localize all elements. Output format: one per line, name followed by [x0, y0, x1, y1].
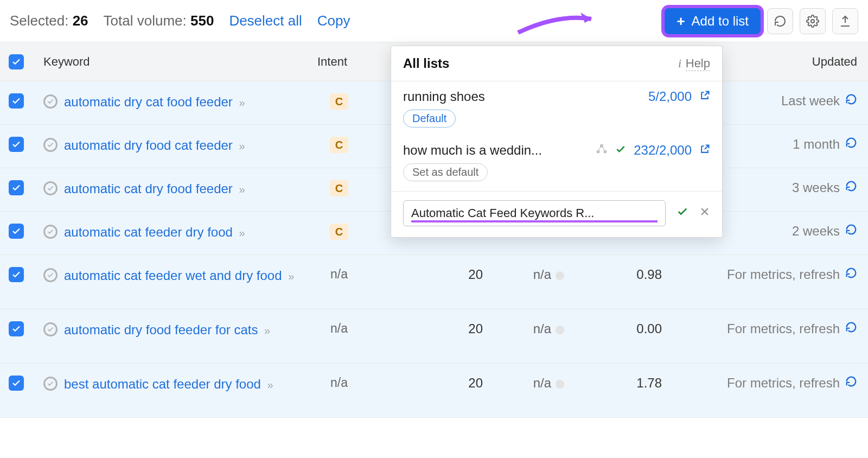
intent-cell: n/a	[304, 376, 363, 390]
row-refresh-button[interactable]	[845, 321, 857, 336]
updated-text: For metrics, refresh	[727, 267, 840, 282]
metric-2: n/a	[483, 321, 564, 336]
external-link-icon[interactable]	[699, 143, 710, 158]
status-icon	[43, 94, 58, 109]
chevron-right-icon: »	[236, 97, 245, 109]
list-item[interactable]: running shoes 5/2,000 Default	[391, 81, 722, 135]
help-link[interactable]: Help	[686, 56, 710, 71]
intent-cell: n/a	[304, 267, 363, 282]
row-checkbox[interactable]	[9, 267, 24, 282]
intent-cell: C	[304, 137, 363, 153]
new-list-input[interactable]: Automatic Cat Feed Keywords R...	[403, 200, 666, 226]
total-label: Total volume:	[104, 12, 187, 29]
list-name: running shoes	[403, 89, 485, 104]
selected-count: 26	[73, 12, 88, 29]
popover-header: All lists i Help	[391, 46, 722, 81]
select-all-checkbox[interactable]	[9, 54, 24, 69]
row-checkbox[interactable]	[9, 180, 24, 195]
check-icon	[11, 324, 21, 334]
list-name: how much is a weddin...	[403, 143, 542, 158]
status-icon	[43, 225, 58, 239]
check-icon	[11, 57, 21, 67]
row-checkbox[interactable]	[9, 93, 24, 109]
metric-3: 0.00	[564, 321, 662, 336]
chevron-right-icon: »	[261, 325, 271, 336]
row-refresh-button[interactable]	[845, 267, 857, 282]
metric-1: 20	[363, 321, 483, 336]
row-checkbox-col	[0, 137, 33, 152]
header-intent[interactable]: Intent	[304, 55, 363, 69]
row-refresh-button[interactable]	[845, 376, 857, 391]
row-checkbox-col	[0, 180, 33, 195]
row-checkbox[interactable]	[9, 137, 24, 152]
row-checkbox-col	[0, 321, 33, 336]
svg-point-0	[811, 20, 814, 23]
row-checkbox-col	[0, 93, 33, 109]
chevron-right-icon: »	[236, 140, 245, 152]
row-refresh-button[interactable]	[845, 93, 857, 109]
keyword-cell: best automatic cat feeder dry food »	[33, 376, 304, 393]
cancel-button[interactable]	[699, 206, 710, 220]
total-volume-label: Total volume: 550	[104, 12, 214, 29]
check-icon	[11, 270, 21, 279]
updated-text: 1 month	[793, 137, 840, 152]
refresh-button[interactable]	[767, 8, 793, 34]
header-keyword[interactable]: Keyword	[33, 55, 304, 69]
intent-cell: C	[304, 93, 363, 110]
new-list-row: Automatic Cat Feed Keywords R...	[391, 192, 722, 237]
updated-text: For metrics, refresh	[727, 321, 840, 336]
keyword-link[interactable]: automatic dry food feeder for cats »	[64, 321, 270, 339]
upload-icon	[839, 15, 852, 28]
keyword-link[interactable]: automatic dry cat food feeder »	[64, 93, 245, 111]
row-refresh-button[interactable]	[845, 224, 857, 239]
check-icon	[615, 143, 626, 158]
row-refresh-button[interactable]	[845, 137, 857, 152]
row-checkbox-col	[0, 376, 33, 391]
settings-button[interactable]	[800, 8, 826, 34]
toolbar: Selected: 26 Total volume: 550 Deselect …	[0, 0, 868, 42]
chevron-right-icon: »	[236, 227, 245, 239]
intent-cell: C	[304, 224, 363, 240]
updated-cell: For metrics, refresh	[662, 267, 868, 282]
difficulty-dot	[556, 326, 564, 334]
popover-title: All lists	[403, 56, 449, 71]
external-link-icon[interactable]	[699, 89, 710, 104]
help-group: i Help	[678, 56, 710, 71]
status-icon	[43, 322, 58, 336]
keyword-cell: automatic dry food cat feeder »	[33, 137, 304, 154]
row-checkbox[interactable]	[9, 224, 24, 239]
add-to-list-button[interactable]: + Add to list	[665, 8, 761, 34]
list-item[interactable]: how much is a weddin... 232/2,000 Set as…	[391, 135, 722, 189]
confirm-button[interactable]	[676, 206, 688, 221]
keyword-link[interactable]: automatic cat feeder dry food »	[64, 224, 245, 241]
keyword-link[interactable]: automatic dry food cat feeder »	[64, 137, 245, 154]
chevron-right-icon: »	[236, 183, 245, 195]
keyword-link[interactable]: best automatic cat feeder dry food »	[64, 376, 273, 393]
gear-icon	[806, 15, 819, 28]
intent-badge: C	[330, 180, 348, 196]
metric-1: 20	[363, 267, 483, 282]
check-icon	[11, 226, 21, 236]
intent-na: n/a	[330, 376, 348, 390]
intent-badge: C	[330, 224, 348, 240]
keyword-link[interactable]: automatic cat dry food feeder »	[64, 180, 245, 198]
row-checkbox[interactable]	[9, 376, 24, 391]
keyword-link[interactable]: automatic cat feeder wet and dry food »	[64, 267, 294, 284]
status-icon	[43, 181, 58, 195]
keyword-cell: automatic cat dry food feeder »	[33, 180, 304, 198]
export-button[interactable]	[832, 8, 858, 34]
check-icon	[11, 96, 21, 106]
updated-text: 2 weeks	[792, 224, 840, 239]
row-checkbox-col	[0, 224, 33, 239]
svg-point-1	[601, 145, 603, 147]
set-as-default-button[interactable]: Set as default	[403, 163, 488, 181]
status-icon	[43, 138, 58, 152]
copy-link[interactable]: Copy	[317, 12, 350, 29]
plus-icon: +	[676, 14, 685, 28]
list-count: 5/2,000	[648, 89, 692, 104]
row-checkbox-col	[0, 267, 33, 282]
refresh-icon	[774, 15, 787, 28]
deselect-all-link[interactable]: Deselect all	[229, 12, 302, 29]
row-refresh-button[interactable]	[845, 180, 857, 195]
row-checkbox[interactable]	[9, 321, 24, 336]
